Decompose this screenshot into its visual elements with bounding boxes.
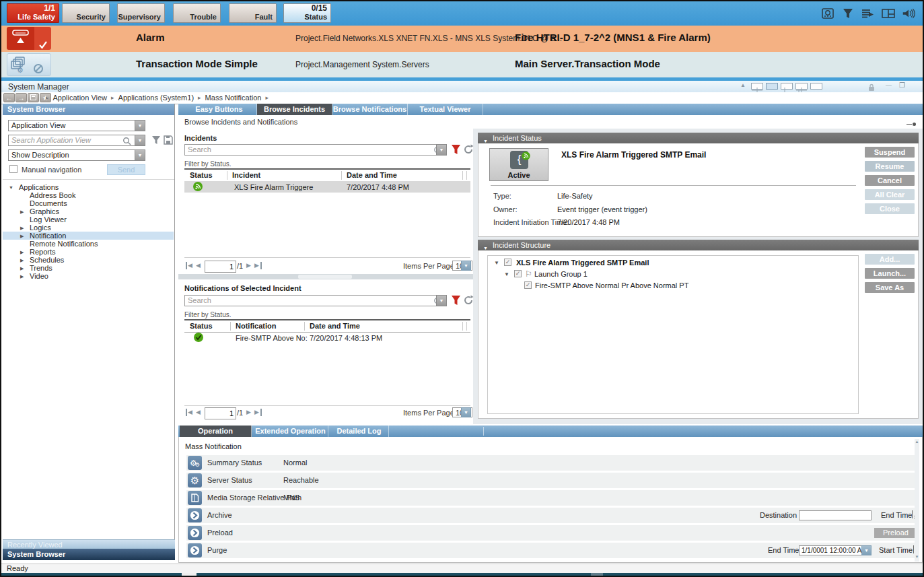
tab-textual-viewer[interactable]: Textual Viewer — [408, 104, 483, 115]
tree-node[interactable]: ▶Schedules — [3, 256, 174, 264]
security-button[interactable]: Security — [62, 3, 110, 23]
tree-node[interactable]: ▶Reports — [3, 248, 174, 256]
system-browser-tab[interactable]: System Browser — [3, 549, 175, 560]
recently-viewed-tab[interactable]: Recently Viewed — [3, 539, 175, 549]
last-page-icon[interactable]: ▶ — [254, 262, 259, 269]
history-button[interactable] — [28, 93, 39, 102]
tab-easy-buttons[interactable]: Easy Buttons — [182, 104, 257, 115]
structure-node[interactable]: Launch Group 1 — [534, 270, 588, 278]
structure-node[interactable]: Fire-SMTP Above Normal Pr Above Normal P… — [535, 281, 688, 290]
manual-navigation-checkbox[interactable] — [9, 165, 17, 173]
node-checkbox[interactable]: ✓ — [514, 270, 522, 277]
items-per-page-arrow-icon[interactable]: ▼ — [461, 261, 471, 271]
view-dropdown[interactable]: Application View — [8, 120, 135, 131]
operation-scrollbar[interactable]: ▲ ▼ — [915, 439, 919, 562]
preload-button[interactable]: Preload — [874, 528, 917, 538]
save-filter-icon[interactable] — [164, 135, 173, 147]
all-clear-button[interactable]: All Clear — [865, 189, 915, 200]
pin-icon[interactable] — [907, 123, 916, 127]
tree-node-applications[interactable]: ▼ Applications — [3, 183, 174, 191]
event-recorder-icon[interactable] — [820, 6, 835, 21]
suspend-button[interactable]: Suspend — [865, 147, 915, 158]
event-list-icon[interactable] — [861, 6, 876, 21]
close-button[interactable]: Close — [865, 203, 915, 214]
sidebar-search-input[interactable]: Search Application View — [8, 135, 135, 146]
last-page-icon[interactable]: ▶ — [254, 409, 259, 415]
supervisory-button[interactable]: Supervisory — [117, 3, 165, 23]
structure-node[interactable]: XLS Fire Alarm Triggered SMTP Email — [516, 259, 649, 267]
incidents-search-input[interactable]: Search — [184, 144, 447, 156]
layout-left-icon[interactable] — [781, 83, 793, 90]
tree-node[interactable]: Documents — [3, 199, 174, 207]
transaction-banner[interactable]: ⚙ Transaction Mode Simple Project.Manage… — [1, 52, 923, 77]
tab-browse-notifications[interactable]: Browse Notifications — [332, 104, 408, 115]
forward-button[interactable]: → — [15, 93, 27, 102]
layout-2x2-icon[interactable] — [751, 83, 763, 90]
layout-grid-icon[interactable] — [795, 83, 808, 90]
node-checkbox[interactable]: ✓ — [504, 259, 511, 266]
incident-status-header[interactable]: ▼ Incident Status — [478, 133, 919, 143]
filter-by-status-icon[interactable] — [451, 295, 461, 308]
launch-button[interactable]: Launch... — [865, 268, 915, 279]
notifications-search-input[interactable]: Search — [184, 295, 447, 306]
search-dropdown-arrow-icon[interactable]: ▼ — [135, 135, 145, 146]
scrollbar-segment[interactable] — [591, 573, 603, 576]
tab-detailed-log[interactable]: Detailed Log — [330, 426, 389, 437]
tree-node[interactable]: ▶Graphics — [3, 207, 174, 215]
incident-row-selected[interactable]: XLS Fire Alarm Triggere 7/20/2017 4:48 P… — [184, 181, 470, 193]
tree-node[interactable]: Address Book — [3, 191, 174, 199]
view-dropdown-arrow-icon[interactable]: ▼ — [135, 120, 145, 131]
fault-button[interactable]: Fault — [229, 3, 277, 23]
status-button[interactable]: 0/15 Status — [283, 3, 331, 23]
layout-panes-icon[interactable] — [881, 6, 896, 21]
tree-node[interactable]: ▶Video — [3, 272, 174, 280]
tab-extended-operation[interactable]: Extended Operation — [253, 426, 328, 437]
description-dropdown[interactable]: Show Description — [8, 149, 135, 161]
collapse-panel-icon[interactable]: ▲ — [740, 82, 746, 88]
tree-node[interactable]: Remote Notifications — [3, 240, 174, 248]
tree-node[interactable]: Log Viewer — [3, 215, 174, 224]
tab-operation[interactable]: Operation — [180, 426, 252, 437]
restore-icon[interactable]: ❐ — [899, 81, 905, 89]
description-dropdown-arrow-icon[interactable]: ▼ — [135, 149, 145, 161]
next-page-icon[interactable]: ▶ — [246, 262, 251, 269]
first-page-icon[interactable]: ◀ — [188, 409, 192, 415]
trouble-button[interactable]: Trouble — [173, 3, 221, 23]
alarm-banner[interactable]: Alarm Project.Field Networks.XLS XNET FN… — [1, 26, 923, 52]
prev-page-icon[interactable]: ◀ — [196, 262, 201, 269]
minimize-icon[interactable]: — — [886, 81, 892, 88]
tree-node-notification-selected[interactable]: ▶Notification — [3, 232, 174, 240]
next-page-icon[interactable]: ▶ — [246, 409, 251, 415]
tree-node[interactable]: ▶Trends — [3, 264, 174, 272]
layout-single-icon[interactable] — [766, 83, 778, 90]
destination-input[interactable] — [799, 510, 872, 520]
notification-row[interactable]: Fire-SMTP Above No: 7/20/2017 4:48:13 PM — [184, 332, 470, 343]
filter-by-status-icon[interactable] — [451, 144, 461, 158]
purge-end-time-value[interactable]: 1/1/0001 12:00:00 AM — [799, 545, 872, 555]
purge-end-time-arrow-icon[interactable]: ▼ — [861, 545, 872, 555]
layout-blank-icon[interactable] — [810, 83, 822, 90]
refresh-icon[interactable] — [463, 295, 474, 308]
tree-node[interactable]: ▶Logics — [3, 224, 174, 232]
save-as-button[interactable]: Save As — [865, 282, 915, 293]
search-dropdown-arrow-icon[interactable]: ▼ — [436, 295, 447, 306]
add-button[interactable]: Add... — [865, 254, 915, 265]
filter-events-icon[interactable] — [841, 6, 855, 21]
refresh-icon[interactable] — [463, 144, 474, 158]
items-per-page-arrow-icon[interactable]: ▼ — [461, 407, 471, 417]
resume-button[interactable]: Resume — [865, 161, 915, 172]
incident-structure-header[interactable]: ▼ Incident Structure — [478, 240, 919, 250]
tab-browse-incidents[interactable]: Browse Incidents — [257, 104, 332, 115]
search-dropdown-arrow-icon[interactable]: ▼ — [436, 144, 447, 156]
first-page-icon[interactable]: ◀ — [188, 262, 192, 269]
breadcrumb-item[interactable]: Application View — [53, 94, 108, 102]
page-number-input[interactable] — [205, 261, 236, 273]
scrollbar-segment[interactable] — [182, 573, 197, 576]
node-checkbox[interactable]: ✓ — [524, 281, 532, 289]
sidebar-filter-icon[interactable] — [151, 135, 161, 147]
page-number-input[interactable] — [205, 407, 236, 419]
back-button[interactable]: ← — [3, 93, 15, 102]
cancel-button[interactable]: Cancel — [865, 175, 915, 186]
sound-icon[interactable] — [901, 6, 916, 21]
prev-page-icon[interactable]: ◀ — [196, 409, 201, 415]
